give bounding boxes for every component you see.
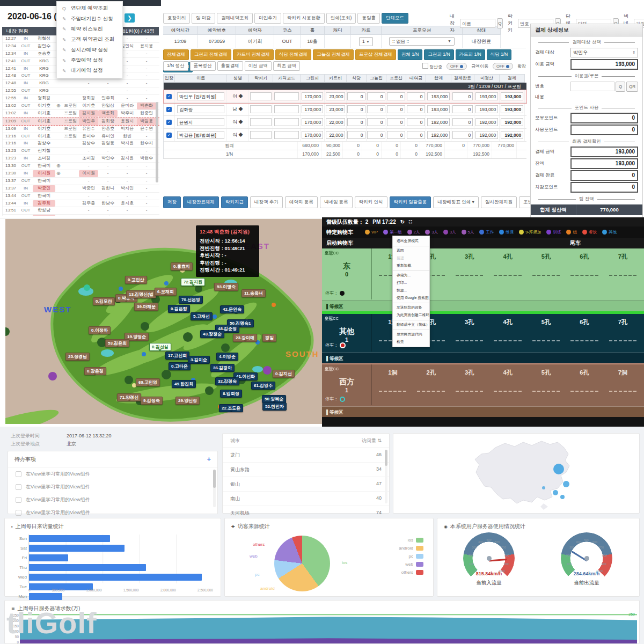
expand-toggle[interactable]: OFF [493, 63, 513, 70]
greenfee-cell[interactable]: 170,000 [302, 105, 323, 113]
player-map-label[interactable]: 0.홍효지 [171, 262, 193, 270]
tee-time-row[interactable]: 13:44 IN 김주희 김주홍 한남수 윤지호 - [3, 200, 159, 208]
tee-time-row[interactable]: 13:09 IN 이기호 프로팀 유인수 안종호 박지윤 윤수연 [3, 126, 159, 133]
tee-time-row[interactable]: 12:55 OUT KRG - - - - [3, 87, 159, 95]
menu-item[interactable]: Q 연단체 예약조회 [57, 3, 122, 13]
full-payment-button[interactable]: 프로샵 전체결제 [355, 49, 396, 60]
player-map-label[interactable]: 50.양복순 [262, 395, 286, 403]
player-map-label[interactable]: 42.문인숙 [220, 305, 244, 313]
context-menu-item[interactable]: 为此页面创建二维码 [393, 311, 429, 319]
player-map-label[interactable]: 0.김선실 [149, 343, 171, 351]
gear-icon[interactable] [55, 133, 62, 140]
sort-column[interactable]: 访问量 ⇅ [362, 437, 382, 444]
pie-legend-item[interactable]: web [405, 562, 423, 567]
player-map-label[interactable]: 0.고다은 [169, 362, 191, 370]
player-map-label[interactable]: 11.송옥녀 [241, 289, 266, 297]
tee-time-row[interactable]: 13:37 OUT 한국미 - - - - [3, 178, 159, 185]
gear-icon[interactable]: ◎ [55, 163, 62, 170]
payment-row[interactable]: ✓ 윤원지 여 ◆ 170,000 22,000 0 0 0 0 192,000 [164, 116, 526, 129]
tee-time-row[interactable]: 13:16 OUT 이기호 프로팀 윤미수 유미인 한빈 - [3, 133, 159, 141]
full-payment-button[interactable]: 카트비 전체결제 [233, 49, 274, 60]
tee-time-row[interactable]: 13:09 OUT 이기호 프로팀 박민우 김화랑 윤원지 박길용 [3, 118, 159, 126]
player-map-label[interactable]: 25.정경님 [65, 353, 90, 361]
locker-input[interactable] [250, 131, 272, 139]
context-menu-item[interactable]: 返回 [393, 246, 429, 254]
gear-icon[interactable] [55, 110, 62, 117]
gear-icon[interactable] [55, 207, 62, 214]
player-map-label[interactable]: 36.김경아 [210, 364, 235, 372]
payment-row[interactable]: ✓ 박길용 [법/법회원] 여 ◆ 170,000 22,000 0 0 0 0… [164, 129, 526, 142]
action-button[interactable]: 예약자 등록 [285, 196, 318, 208]
context-menu-item[interactable]: 重新加载 [393, 262, 429, 269]
toolbar-button[interactable]: 결제내역조회 [217, 13, 253, 24]
action-button[interactable]: 내장완료해제 [183, 196, 219, 208]
rental-cell[interactable]: 0 [407, 92, 425, 100]
context-menu-item[interactable]: 存储为... [393, 270, 429, 279]
expand-icon[interactable]: ⛶ [409, 219, 412, 225]
tee-time-row[interactable]: 13:51 OUT 학성남 - - - - [3, 207, 159, 215]
todo-item[interactable]: 在View里学习常用的View组件 [8, 506, 217, 519]
player-name-input[interactable]: 윤원지 [177, 118, 224, 126]
context-menu-item[interactable]: 打印... [393, 279, 429, 287]
action-button[interactable]: 락커키 일괄출용 [390, 196, 431, 208]
tee-time-row[interactable]: 12:55 IN 정희경 정희경 민주희 - - [3, 95, 159, 103]
tee-time-row[interactable]: 13:02 OUT 이기호 ◎ 프로팀 이기호 안일상 윤미라 백춘화 [3, 103, 159, 110]
payment-option-button[interactable]: 홀별결제 [217, 61, 243, 71]
todo-item[interactable]: 在View里学习常用的View组件 [8, 493, 217, 506]
pay-cell[interactable]: 193,000 [501, 105, 523, 113]
player-map-label[interactable]: 39.마채운 [134, 303, 158, 311]
row-checkbox[interactable]: ✓ [166, 94, 172, 99]
pay-amount-input[interactable]: 193,000 [570, 147, 638, 157]
qr-button[interactable]: QR [626, 82, 638, 92]
player-map-label[interactable]: 0.김모란 [93, 297, 115, 305]
gear-icon[interactable]: ◎ [55, 103, 62, 109]
tee-time-row[interactable]: 13:51 IN 박종신 박종신 김지나 윤한수 - [3, 215, 159, 216]
action-button[interactable]: 내장객 추가 [250, 196, 283, 208]
action-button[interactable]: 넥네임 등록 [320, 196, 353, 208]
cartfee-cell[interactable]: 23,000 [326, 105, 346, 113]
price-code-input[interactable] [274, 105, 299, 113]
rental-cell[interactable]: 0 [407, 131, 425, 139]
payment-row[interactable]: ✓ 김화랑 남 ◆ 170,000 23,000 0 0 0 0 193,000 [164, 103, 526, 116]
context-menu-item[interactable]: 退出全屏模式 [393, 237, 429, 245]
full-payment-button[interactable]: 식당 전체결제 [275, 49, 311, 60]
full-payment-button[interactable]: 전체결제 [163, 49, 189, 60]
gear-icon[interactable] [55, 148, 62, 155]
restaurant-cell[interactable]: 0 [347, 118, 365, 126]
shade-cell[interactable]: 0 [367, 92, 385, 100]
todo-checkbox[interactable] [16, 497, 21, 503]
payment-option-button[interactable]: 1/N 정산 [163, 61, 188, 71]
greenfee-cell[interactable]: 170,000 [302, 131, 323, 139]
gear-icon[interactable] [55, 80, 62, 87]
player-map-label[interactable]: 0.김은향 [168, 305, 190, 313]
action-button[interactable]: 락커키 인식 [355, 196, 387, 208]
row-checkbox[interactable]: ✓ [166, 107, 172, 112]
toolbar-button[interactable]: 동일홀 [357, 13, 380, 24]
pay-cell[interactable]: 193,000 [501, 92, 523, 100]
gear-icon[interactable] [55, 200, 62, 207]
context-menu-item[interactable]: 发送到您的设备 [393, 303, 429, 311]
player-map-label[interactable]: 71.양경선 [117, 393, 141, 401]
payment-option-button[interactable]: 이전 금액 [245, 61, 272, 71]
player-map-label[interactable]: 0.이정아 [89, 326, 111, 334]
player-map-label[interactable]: 69.고민영 [136, 378, 160, 386]
toolbar-button[interactable]: 락커키 사용현황 [283, 13, 325, 24]
player-map-label[interactable]: 52.한인자 [262, 402, 287, 411]
price-code-input[interactable] [274, 92, 299, 100]
row-checkbox[interactable]: ✓ [166, 120, 172, 125]
player-map-label[interactable]: 5.고재선 [191, 312, 213, 320]
row-checkbox[interactable]: ✓ [166, 133, 172, 138]
payment-option-button[interactable]: 최초 금액 [273, 61, 300, 71]
amount-move-toggle[interactable]: OFF [447, 63, 467, 70]
tee-table-scrollbar[interactable] [156, 102, 158, 182]
pay-cell[interactable]: 192,000 [501, 131, 523, 139]
gear-icon[interactable] [55, 185, 62, 192]
player-map-label[interactable]: 3.김미순 [188, 356, 210, 364]
action-button[interactable]: 내장배정표 인쇄 ▾ [433, 196, 479, 208]
locker-input[interactable] [250, 105, 272, 113]
full-payment-button[interactable]: 그늘집 전체결제 [313, 49, 354, 60]
player-map-label[interactable]: 8.임희정 [220, 390, 242, 398]
todo-checkbox[interactable] [16, 484, 21, 490]
context-menu-item[interactable]: 翻译成中文（简体） [393, 320, 429, 328]
menu-item[interactable]: ✎ 고객 위약관리 조회 [57, 34, 122, 45]
